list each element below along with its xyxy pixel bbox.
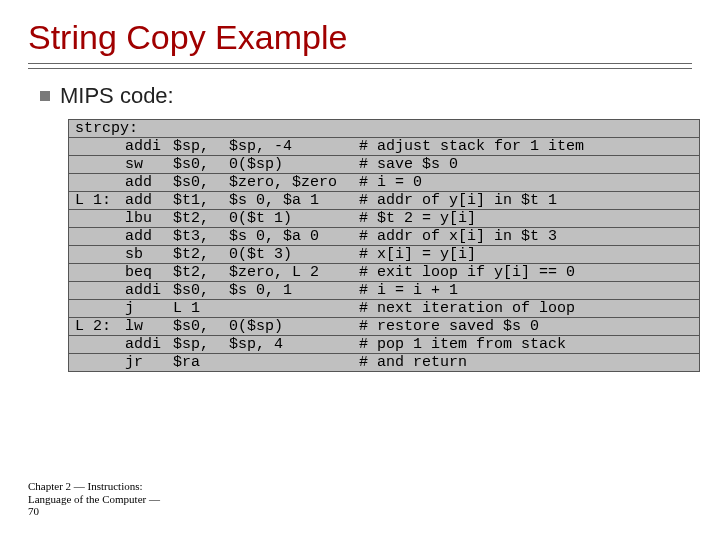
code-label <box>75 247 125 262</box>
code-row: add $t3, $s 0, $a 0 # addr of x[i] in $t… <box>69 228 699 246</box>
code-label <box>75 283 125 298</box>
code-op: lbu <box>125 211 173 226</box>
code-comment: # i = i + 1 <box>359 283 693 298</box>
code-label <box>75 157 125 172</box>
code-op: beq <box>125 265 173 280</box>
code-args: $s 0, 1 <box>229 283 359 298</box>
code-args: 0($t 3) <box>229 247 359 262</box>
code-op: addi <box>125 337 173 352</box>
code-row: lbu $t2, 0($t 1) # $t 2 = y[i] <box>69 210 699 228</box>
code-comment: # pop 1 item from stack <box>359 337 693 352</box>
code-comment: # and return <box>359 355 693 370</box>
code-args: $zero, $zero <box>229 175 359 190</box>
code-args: $sp, 4 <box>229 337 359 352</box>
square-bullet-icon <box>40 91 50 101</box>
code-label <box>75 355 125 370</box>
code-reg: $s0, <box>173 157 229 172</box>
code-row: L 2: lw $s0, 0($sp) # restore saved $s 0 <box>69 318 699 336</box>
code-comment: # addr of y[i] in $t 1 <box>359 193 693 208</box>
code-op: sb <box>125 247 173 262</box>
code-op: addi <box>125 283 173 298</box>
code-args: $s 0, $a 1 <box>229 193 359 208</box>
code-reg: $sp, <box>173 337 229 352</box>
footer-line-2: Language of the Computer — <box>28 493 160 506</box>
subtitle-row: MIPS code: <box>40 83 692 109</box>
code-reg: $s0, <box>173 319 229 334</box>
code-reg: $t2, <box>173 211 229 226</box>
code-comment: # restore saved $s 0 <box>359 319 693 334</box>
code-row: sb $t2, 0($t 3) # x[i] = y[i] <box>69 246 699 264</box>
code-row: jr $ra # and return <box>69 354 699 371</box>
code-op: add <box>125 193 173 208</box>
code-args <box>229 301 359 316</box>
code-label <box>75 211 125 226</box>
code-args: $zero, L 2 <box>229 265 359 280</box>
code-comment: # x[i] = y[i] <box>359 247 693 262</box>
code-row: sw $s0, 0($sp) # save $s 0 <box>69 156 699 174</box>
code-op: sw <box>125 157 173 172</box>
code-label: L 1: <box>75 193 125 208</box>
title-rule <box>28 63 692 64</box>
code-label: L 2: <box>75 319 125 334</box>
code-label <box>75 175 125 190</box>
code-row: beq $t2, $zero, L 2 # exit loop if y[i] … <box>69 264 699 282</box>
code-label <box>75 337 125 352</box>
code-reg: $t1, <box>173 193 229 208</box>
subtitle-text: MIPS code: <box>60 83 174 109</box>
code-args <box>229 355 359 370</box>
code-row: addi $sp, $sp, 4 # pop 1 item from stack <box>69 336 699 354</box>
code-row: L 1: add $t1, $s 0, $a 1 # addr of y[i] … <box>69 192 699 210</box>
slide-title: String Copy Example <box>28 18 692 57</box>
code-op: addi <box>125 139 173 154</box>
code-label <box>75 229 125 244</box>
code-reg: $s0, <box>173 175 229 190</box>
code-row: add $s0, $zero, $zero # i = 0 <box>69 174 699 192</box>
code-label <box>75 265 125 280</box>
code-op: jr <box>125 355 173 370</box>
code-reg: $t2, <box>173 265 229 280</box>
code-reg: $ra <box>173 355 229 370</box>
code-label <box>75 301 125 316</box>
code-args: 0($sp) <box>229 157 359 172</box>
code-reg: L 1 <box>173 301 229 316</box>
code-op: j <box>125 301 173 316</box>
code-reg: $t3, <box>173 229 229 244</box>
slide-footer: Chapter 2 — Instructions: Language of th… <box>28 480 160 518</box>
code-args: 0($sp) <box>229 319 359 334</box>
code-reg: $sp, <box>173 139 229 154</box>
code-row: addi $sp, $sp, -4 # adjust stack for 1 i… <box>69 138 699 156</box>
code-op: add <box>125 175 173 190</box>
footer-line-1: Chapter 2 — Instructions: <box>28 480 160 493</box>
code-args: 0($t 1) <box>229 211 359 226</box>
code-comment: # adjust stack for 1 item <box>359 139 693 154</box>
code-label <box>75 139 125 154</box>
code-reg: $s0, <box>173 283 229 298</box>
code-comment: # $t 2 = y[i] <box>359 211 693 226</box>
code-block: strcpy: addi $sp, $sp, -4 # adjust stack… <box>68 119 700 372</box>
code-header-row: strcpy: <box>69 120 699 138</box>
code-reg: $t2, <box>173 247 229 262</box>
code-comment: # i = 0 <box>359 175 693 190</box>
code-op: add <box>125 229 173 244</box>
code-header: strcpy: <box>75 121 693 136</box>
code-comment: # addr of x[i] in $t 3 <box>359 229 693 244</box>
code-comment: # next iteration of loop <box>359 301 693 316</box>
code-comment: # exit loop if y[i] == 0 <box>359 265 693 280</box>
code-row: j L 1 # next iteration of loop <box>69 300 699 318</box>
code-row: addi $s0, $s 0, 1 # i = i + 1 <box>69 282 699 300</box>
footer-line-3: 70 <box>28 505 160 518</box>
code-comment: # save $s 0 <box>359 157 693 172</box>
code-args: $sp, -4 <box>229 139 359 154</box>
title-rule-2 <box>28 68 692 69</box>
code-args: $s 0, $a 0 <box>229 229 359 244</box>
code-op: lw <box>125 319 173 334</box>
